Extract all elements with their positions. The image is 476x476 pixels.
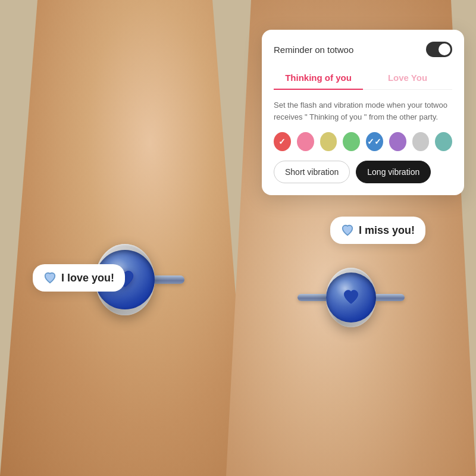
bubble-love: I love you! [33,264,125,292]
vibration-row: Short vibration Long vibration [274,161,452,183]
color-red[interactable] [274,132,291,151]
color-teal[interactable] [435,132,452,151]
color-pink[interactable] [297,132,314,151]
color-yellow[interactable] [320,132,337,151]
settings-card: Reminder on totwoo Thinking of you Love … [262,30,464,195]
tabs-row: Thinking of you Love You [274,67,452,90]
long-vibration-btn[interactable]: Long vibration [356,161,431,183]
color-blue[interactable]: ✓ [366,132,383,151]
color-light-gray[interactable] [412,132,430,151]
bubble-miss: I miss you! [330,217,425,244]
reminder-toggle[interactable] [426,42,452,57]
bracelet-left [65,244,184,363]
wrist-left-bg [0,0,250,476]
short-vibration-btn[interactable]: Short vibration [274,161,350,183]
bubble-love-text: I love you! [61,272,114,284]
tab-love-you[interactable]: Love You [363,67,452,90]
bubble-miss-text: I miss you! [359,224,415,237]
reminder-label: Reminder on totwoo [274,45,353,55]
heart-icon-right [341,224,354,237]
color-purple[interactable] [389,132,406,151]
heart-icon-left [43,271,57,284]
bracelet-right [298,268,405,375]
color-green[interactable] [343,132,360,151]
tab-thinking-of-you[interactable]: Thinking of you [274,67,363,90]
description-text: Set the flash and vibration mode when yo… [274,99,452,123]
colors-row: ✓ [274,132,452,151]
bracelet-right-face [326,268,376,327]
